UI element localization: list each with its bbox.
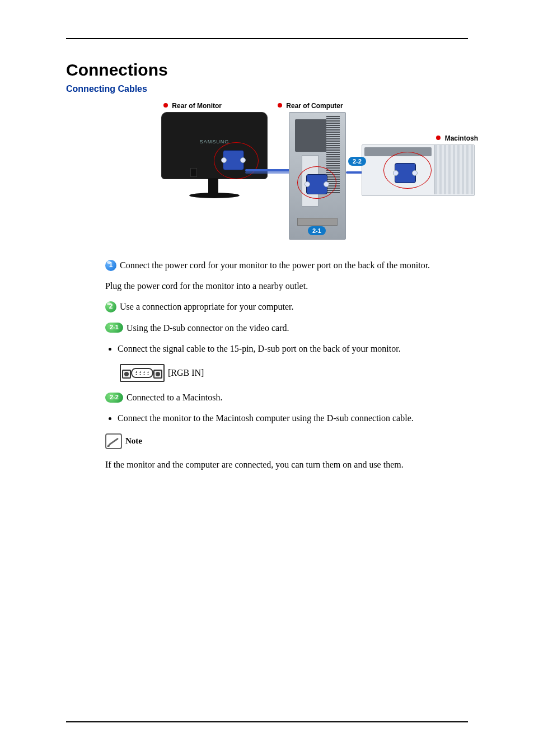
monitor-neck	[208, 178, 218, 194]
vga-plug-icon	[306, 174, 327, 194]
connector-screw-left-icon	[122, 370, 131, 379]
pc-tower-graphic	[289, 112, 346, 240]
diagram-label-rear-computer: Rear of Computer	[278, 102, 343, 110]
dsub-pins-icon	[134, 371, 150, 375]
red-dot-icon	[278, 103, 282, 108]
diagram-label-text: Macintosh	[445, 134, 478, 142]
note-icon	[105, 433, 122, 449]
diagram-tag-2-1: 2-1	[308, 226, 326, 235]
badge-2-2-icon: 2-2	[105, 393, 123, 403]
diagram-label-rear-monitor: Rear of Monitor	[163, 102, 222, 110]
note-text: If the monitor and the computer are conn…	[105, 458, 468, 471]
step-2-2-bullet-list: Connect the monitor to the Macintosh com…	[118, 412, 468, 424]
section-subtitle: Connecting Cables	[66, 84, 468, 94]
macintosh-graphic	[362, 144, 475, 196]
mac-front-grille	[434, 145, 474, 194]
diagram-label-text: Rear of Computer	[286, 102, 343, 110]
monitor-brand-text: SAMSUNG	[200, 139, 229, 144]
dsub-shell-icon	[131, 368, 153, 378]
step-2-row: 2 Use a connection appropriate for your …	[105, 300, 468, 313]
step-2-1-row: 2-1 Using the D-sub connector on the vid…	[105, 321, 468, 334]
diagram-tag-2-2: 2-2	[348, 157, 366, 166]
step-1-text: Connect the power cord for your monitor …	[120, 259, 430, 272]
page-title: Connections	[66, 60, 468, 80]
dsub-connector-icon	[120, 364, 165, 382]
document-page: Connections Connecting Cables Rear of Mo…	[0, 0, 534, 756]
badge-2-icon: 2	[105, 301, 116, 312]
rgb-in-row: [RGB IN]	[120, 364, 468, 382]
step-2-2-text: Connected to a Macintosh.	[127, 391, 223, 404]
badge-1-icon: 1	[105, 260, 116, 271]
diagram-label-macintosh: Macintosh	[436, 134, 478, 142]
connector-screw-right-icon	[153, 370, 162, 379]
note-row: Note	[105, 433, 468, 449]
step-2-2-row: 2-2 Connected to a Macintosh.	[105, 391, 468, 404]
vga-plug-icon	[395, 163, 416, 183]
step-2-text: Use a connection appropriate for your co…	[120, 300, 294, 313]
step-2-2-bullet: Connect the monitor to the Macintosh com…	[118, 412, 468, 424]
tower-expansion-slot	[297, 218, 338, 226]
power-plug-icon	[190, 168, 197, 177]
monitor-graphic: SAMSUNG	[161, 112, 268, 213]
rgb-in-label: [RGB IN]	[168, 366, 204, 379]
note-label: Note	[125, 435, 142, 447]
diagram-label-text: Rear of Monitor	[172, 102, 222, 110]
vga-plug-icon	[223, 150, 244, 170]
step-2-1-bullet-list: Connect the signal cable to the 15-pin, …	[118, 342, 468, 355]
step-1-row: 1 Connect the power cord for your monito…	[105, 259, 468, 272]
body-content: 1 Connect the power cord for your monito…	[105, 259, 468, 472]
connection-diagram: Rear of Monitor Rear of Computer Macinto…	[161, 102, 475, 248]
top-horizontal-rule	[66, 38, 468, 39]
step-1b-text: Plug the power cord for the monitor into…	[105, 279, 468, 292]
bottom-horizontal-rule	[66, 721, 468, 722]
step-2-1-bullet: Connect the signal cable to the 15-pin, …	[118, 342, 468, 355]
red-dot-icon	[163, 103, 168, 108]
monitor-base	[189, 193, 240, 198]
step-2-1-text: Using the D-sub connector on the video c…	[127, 321, 289, 334]
badge-2-1-icon: 2-1	[105, 323, 123, 333]
red-dot-icon	[436, 136, 441, 140]
